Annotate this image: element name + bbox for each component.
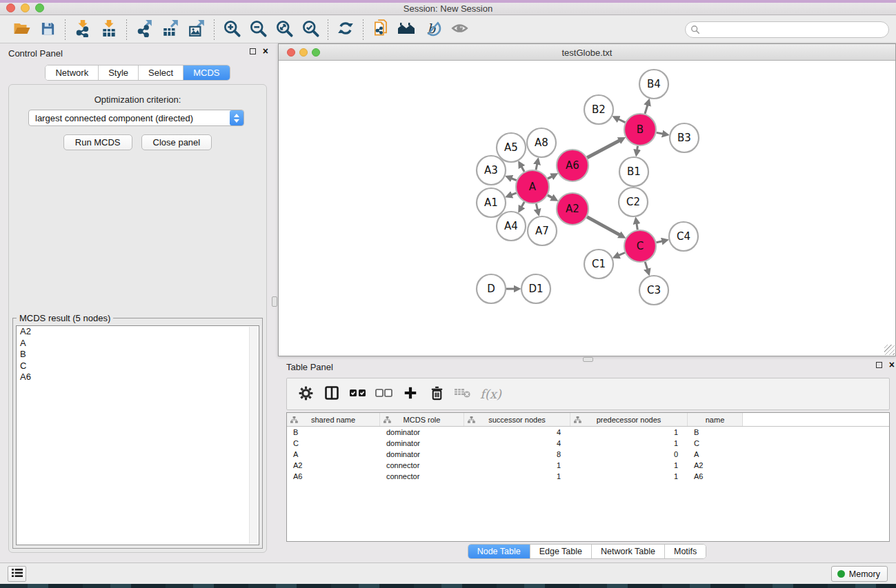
cell[interactable]: dominator: [380, 427, 464, 438]
graph-edge-C-C4[interactable]: [656, 241, 662, 243]
graph-node-A8[interactable]: A8: [527, 128, 556, 157]
run-mcds-button[interactable]: Run MCDS: [63, 134, 132, 150]
show-hide-details-button[interactable]: [446, 18, 472, 41]
new-network-from-selection-button[interactable]: [368, 18, 394, 41]
column-header-successor-nodes[interactable]: successor nodes: [464, 413, 570, 426]
import-table-button[interactable]: [96, 18, 122, 41]
tab-network[interactable]: Network: [46, 65, 99, 80]
first-neighbors-button[interactable]: [394, 18, 420, 41]
close-panel-icon[interactable]: ×: [263, 48, 268, 54]
cell[interactable]: 1: [570, 471, 688, 482]
graph-edge-A-A2[interactable]: [548, 195, 552, 198]
table-row[interactable]: A2connector11A2: [287, 460, 889, 471]
graph-node-B1[interactable]: B1: [619, 157, 648, 186]
graph-node-B2[interactable]: B2: [584, 95, 613, 124]
save-session-button[interactable]: [34, 18, 61, 41]
graph-edge-A2-C[interactable]: [587, 217, 620, 236]
graph-edge-C-C1[interactable]: [618, 253, 625, 256]
tab-select[interactable]: Select: [139, 65, 183, 80]
tab-style[interactable]: Style: [99, 65, 139, 80]
graph-node-A3[interactable]: A3: [477, 156, 506, 185]
graph-node-A7[interactable]: A7: [528, 216, 557, 245]
zoom-out-button[interactable]: [245, 18, 271, 41]
cell[interactable]: 1: [570, 438, 688, 449]
graph-node-A5[interactable]: A5: [497, 133, 526, 162]
graph-node-C3[interactable]: C3: [639, 276, 668, 305]
zoom-fit-button[interactable]: [271, 18, 297, 41]
cell[interactable]: C: [287, 438, 380, 449]
cell[interactable]: 4: [464, 438, 570, 449]
graph-edge-A6-B[interactable]: [587, 141, 620, 158]
column-header-name[interactable]: name: [688, 413, 743, 426]
show-all-columns-button[interactable]: [345, 381, 371, 407]
zoom-in-button[interactable]: [219, 18, 245, 41]
import-network-button[interactable]: [70, 18, 96, 41]
graph-node-A6[interactable]: A6: [557, 150, 588, 181]
graph-edge-B-B3[interactable]: [657, 132, 664, 134]
open-session-button[interactable]: [8, 18, 34, 41]
graph-edge-B-B2[interactable]: [618, 119, 626, 123]
cell[interactable]: 1: [464, 460, 570, 471]
graph-edge-A-A6[interactable]: [548, 176, 552, 179]
cell[interactable]: A6: [688, 471, 743, 482]
cell[interactable]: A6: [287, 471, 380, 482]
cell[interactable]: B: [688, 427, 743, 438]
cell[interactable]: dominator: [380, 449, 464, 460]
hide-all-columns-button[interactable]: [371, 381, 397, 407]
delete-columns-button[interactable]: [424, 381, 450, 407]
graph-node-C2[interactable]: C2: [619, 187, 648, 216]
cell[interactable]: A: [287, 449, 380, 460]
table-row[interactable]: Adominator80A: [287, 449, 889, 460]
cell[interactable]: 1: [570, 427, 688, 438]
graph-node-A[interactable]: A: [516, 170, 549, 203]
tab-network-table[interactable]: Network Table: [592, 545, 665, 558]
column-header-shared-name[interactable]: shared name: [287, 413, 380, 426]
graph-node-B3[interactable]: B3: [670, 123, 699, 152]
splitter-grip-vertical[interactable]: [272, 296, 277, 307]
close-table-panel-icon[interactable]: ×: [889, 362, 895, 368]
mcds-result-item[interactable]: B: [17, 349, 259, 361]
graph-node-A4[interactable]: A4: [497, 212, 526, 241]
graph-node-A2[interactable]: A2: [557, 193, 588, 225]
mcds-result-item[interactable]: A6: [17, 372, 259, 383]
mcds-result-item[interactable]: A: [17, 338, 259, 349]
tab-mcds[interactable]: MCDS: [183, 65, 229, 80]
cell[interactable]: A2: [688, 460, 743, 471]
graph-node-C[interactable]: C: [624, 230, 656, 262]
split-columns-button[interactable]: [319, 381, 345, 407]
mcds-result-item[interactable]: C: [17, 361, 259, 372]
optimization-criterion-select[interactable]: largest connected component (directed): [28, 110, 244, 126]
export-image-button[interactable]: [183, 18, 210, 41]
search-input[interactable]: [700, 25, 888, 35]
cell[interactable]: 4: [464, 427, 570, 438]
network-canvas[interactable]: B4B2BB3A5A8A6B1A3AA1C2A2A4A7C4CC1C3DD1: [279, 61, 895, 356]
cell[interactable]: 1: [464, 471, 570, 482]
mcds-result-list[interactable]: A2ABCA6: [16, 325, 259, 545]
window-resize-grip[interactable]: [884, 345, 895, 355]
function-builder-icon[interactable]: f(x): [480, 387, 501, 401]
graph-edge-C-C3[interactable]: [645, 262, 648, 270]
graph-node-A1[interactable]: A1: [477, 188, 506, 217]
task-history-button[interactable]: [8, 566, 26, 582]
table-row[interactable]: Bdominator41B: [287, 427, 889, 438]
graph-edge-A-A7[interactable]: [536, 203, 537, 210]
graph-node-D1[interactable]: D1: [521, 274, 550, 303]
graph-node-B[interactable]: B: [624, 114, 656, 145]
cell[interactable]: dominator: [380, 438, 464, 449]
network-window-titlebar[interactable]: testGlobe.txt: [279, 44, 895, 61]
export-network-button[interactable]: [131, 18, 157, 41]
cell[interactable]: connector: [380, 471, 464, 482]
float-table-panel-icon[interactable]: [876, 362, 882, 368]
list-scrollbar[interactable]: [249, 327, 258, 544]
memory-button[interactable]: Memory: [831, 566, 888, 582]
delete-table-button[interactable]: [450, 381, 476, 407]
table-gear-button[interactable]: [292, 381, 319, 407]
cell[interactable]: 0: [570, 449, 688, 460]
tab-edge-table[interactable]: Edge Table: [530, 545, 592, 558]
cell[interactable]: C: [688, 438, 743, 449]
graph-node-C1[interactable]: C1: [584, 250, 613, 278]
graph-edge-B-B1[interactable]: [637, 146, 638, 151]
cell[interactable]: connector: [380, 460, 464, 471]
toggle-graphics-details-button[interactable]: b: [420, 18, 446, 41]
graph-node-B4[interactable]: B4: [639, 70, 668, 99]
